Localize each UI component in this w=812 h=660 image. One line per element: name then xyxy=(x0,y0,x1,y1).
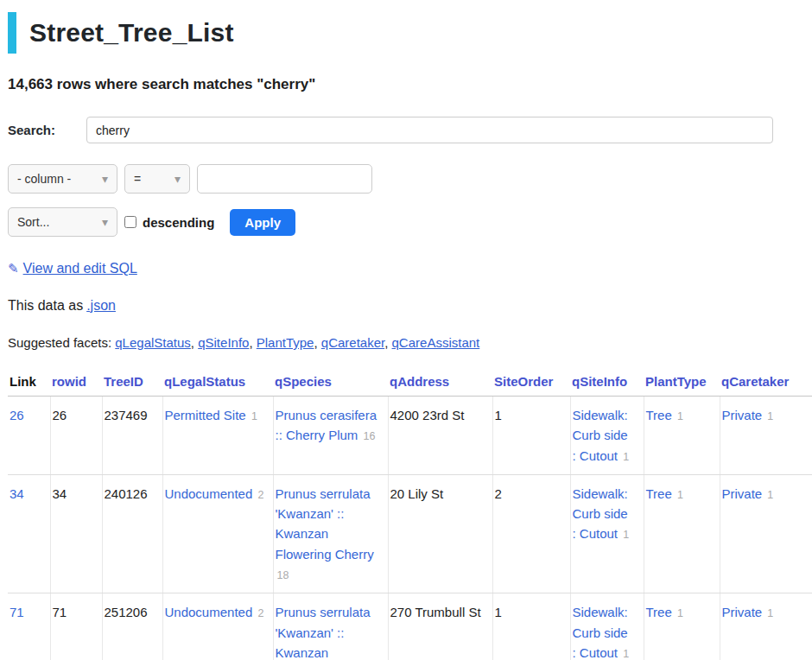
suggested-facets-line: Suggested facets: qLegalStatus, qSiteInf… xyxy=(8,335,812,350)
column-select[interactable]: - column - xyxy=(8,164,117,194)
cell-planttype: Tree 1 xyxy=(644,593,720,660)
operator-select-wrap: = xyxy=(124,164,190,194)
qcaretaker-value-link[interactable]: Private xyxy=(722,605,763,619)
descending-label: descending xyxy=(143,215,214,230)
sort-by-qcaretaker-link[interactable]: qCaretaker xyxy=(721,374,789,389)
cell-qcaretaker: Private 1 xyxy=(720,593,812,660)
qspecies-value-link[interactable]: Prunus cerasifera :: Cherry Plum xyxy=(276,408,377,442)
row-detail-link[interactable]: 34 xyxy=(10,486,24,501)
facet-separator: , xyxy=(314,335,320,350)
column-header-treeid: TreeID xyxy=(102,369,162,397)
descending-checkbox[interactable] xyxy=(124,216,136,228)
descending-checkbox-group: descending xyxy=(124,215,214,230)
data-as-prefix: This data as xyxy=(8,298,83,313)
cell-qaddress: 270 Trumbull St xyxy=(388,593,492,660)
cell-link: 71 xyxy=(8,593,50,660)
qlegalstatus-value-link[interactable]: Undocumented xyxy=(165,486,253,501)
cell-qcaretaker: Private 1 xyxy=(720,474,812,593)
cell-qlegalstatus: Undocumented 2 xyxy=(162,474,273,593)
facet-count-badge: 16 xyxy=(364,430,376,442)
sort-by-rowid-link[interactable]: rowid xyxy=(52,374,86,389)
page-title: Street_Tree_List xyxy=(8,12,812,54)
facet-separator: , xyxy=(384,335,391,350)
cell-rowid: 71 xyxy=(50,593,102,660)
view-edit-sql-link[interactable]: View and edit SQL xyxy=(23,261,137,276)
table-header-row: Link rowid TreeID qLegalStatus qSpecies … xyxy=(8,369,812,397)
sort-by-siteorder-link[interactable]: SiteOrder xyxy=(494,374,553,389)
pencil-icon: ✎ xyxy=(8,261,19,276)
cell-treeid: 251206 xyxy=(102,593,162,660)
cell-qlegalstatus: Permitted Site 1 xyxy=(162,397,273,475)
column-header-qcaretaker: qCaretaker xyxy=(720,369,812,397)
facet-link-qlegalstatus[interactable]: qLegalStatus xyxy=(115,335,191,350)
facet-count-badge: 1 xyxy=(767,489,773,501)
cell-qspecies: Prunus serrulata 'Kwanzan' :: Kwanzan Fl… xyxy=(273,474,388,593)
cell-qsiteinfo: Sidewalk: Curb side : Cutout 1 xyxy=(570,593,644,660)
sort-by-qaddress-link[interactable]: qAddress xyxy=(390,374,449,389)
facet-count-badge: 1 xyxy=(623,648,629,660)
sort-by-treeid-link[interactable]: TreeID xyxy=(104,374,143,389)
cell-siteorder: 1 xyxy=(492,397,570,475)
facet-count-badge: 18 xyxy=(277,569,289,581)
search-label: Search: xyxy=(8,123,86,137)
column-header-planttype: PlantType xyxy=(644,369,720,397)
facet-count-badge: 1 xyxy=(677,607,683,619)
json-export-link[interactable]: .json xyxy=(86,298,116,313)
cell-qspecies: Prunus serrulata 'Kwanzan' :: Kwanzan Fl… xyxy=(273,593,388,660)
sort-by-planttype-link[interactable]: PlantType xyxy=(645,374,707,389)
facet-link-qsiteinfo[interactable]: qSiteInfo xyxy=(198,335,249,350)
cell-siteorder: 2 xyxy=(492,474,570,593)
cell-link: 34 xyxy=(8,474,50,593)
column-header-qsiteinfo: qSiteInfo xyxy=(570,369,644,397)
sort-select[interactable]: Sort... xyxy=(8,207,117,237)
qlegalstatus-value-link[interactable]: Undocumented xyxy=(165,605,253,619)
sort-by-qlegalstatus-link[interactable]: qLegalStatus xyxy=(164,374,245,389)
facet-link-qcaretaker[interactable]: qCaretaker xyxy=(321,335,384,350)
sort-by-qsiteinfo-link[interactable]: qSiteInfo xyxy=(572,374,627,389)
facet-count-badge: 1 xyxy=(623,529,629,541)
facet-count-badge: 2 xyxy=(257,607,263,619)
operator-select[interactable]: = xyxy=(124,164,190,194)
cell-qsiteinfo: Sidewalk: Curb side : Cutout 1 xyxy=(570,474,644,593)
facet-link-planttype[interactable]: PlantType xyxy=(257,335,314,350)
cell-qsiteinfo: Sidewalk: Curb side : Cutout 1 xyxy=(570,397,644,475)
facet-count-badge: 1 xyxy=(677,410,683,422)
row-count-summary: 14,663 rows where search matches "cherry… xyxy=(8,76,812,93)
qsiteinfo-value-link[interactable]: Sidewalk: Curb side : Cutout xyxy=(573,486,628,542)
facet-separator: , xyxy=(191,335,198,350)
facets-prefix: Suggested facets: xyxy=(8,335,111,350)
table-row: 71 71 251206 Undocumented 2 Prunus serru… xyxy=(8,593,812,660)
search-form: Search: xyxy=(8,117,773,143)
sort-by-qspecies-link[interactable]: qSpecies xyxy=(275,374,332,389)
apply-button[interactable]: Apply xyxy=(230,209,295,236)
planttype-value-link[interactable]: Tree xyxy=(646,408,672,422)
column-header-link: Link xyxy=(8,369,50,397)
facet-count-badge: 2 xyxy=(257,489,263,501)
qspecies-value-link[interactable]: Prunus serrulata 'Kwanzan' :: Kwanzan Fl… xyxy=(276,486,374,562)
planttype-value-link[interactable]: Tree xyxy=(646,605,672,619)
table-row: 34 34 240126 Undocumented 2 Prunus serru… xyxy=(8,474,812,593)
column-header-qaddress: qAddress xyxy=(388,369,492,397)
planttype-value-link[interactable]: Tree xyxy=(646,486,672,501)
filter-value-input[interactable] xyxy=(197,164,372,194)
qsiteinfo-value-link[interactable]: Sidewalk: Curb side : Cutout xyxy=(573,408,628,463)
filter-row: - column - = xyxy=(8,164,812,194)
search-input[interactable] xyxy=(86,117,773,143)
cell-qcaretaker: Private 1 xyxy=(720,397,812,475)
qcaretaker-value-link[interactable]: Private xyxy=(722,408,763,422)
qlegalstatus-value-link[interactable]: Permitted Site xyxy=(165,408,246,422)
row-detail-link[interactable]: 71 xyxy=(10,605,24,619)
column-header-qlegalstatus: qLegalStatus xyxy=(162,369,273,397)
qspecies-value-link[interactable]: Prunus serrulata 'Kwanzan' :: Kwanzan Fl… xyxy=(276,605,374,660)
cell-rowid: 34 xyxy=(50,474,102,593)
cell-planttype: Tree 1 xyxy=(644,397,720,475)
row-detail-link[interactable]: 26 xyxy=(10,408,24,422)
cell-qaddress: 4200 23rd St xyxy=(388,397,492,475)
column-select-wrap: - column - xyxy=(8,164,117,194)
cell-planttype: Tree 1 xyxy=(644,474,720,593)
qsiteinfo-value-link[interactable]: Sidewalk: Curb side : Cutout xyxy=(573,605,628,660)
qcaretaker-value-link[interactable]: Private xyxy=(722,486,763,501)
facet-count-badge: 1 xyxy=(767,607,773,619)
facet-separator: , xyxy=(249,335,256,350)
facet-link-qcareassistant[interactable]: qCareAssistant xyxy=(392,335,480,350)
